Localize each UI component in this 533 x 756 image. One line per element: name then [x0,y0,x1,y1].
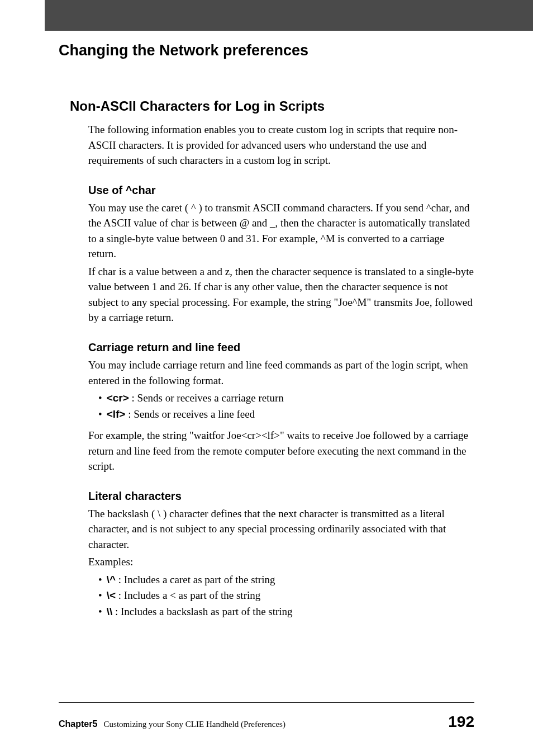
chapter-title [99,720,104,729]
header-bar [45,0,533,31]
chapter-title-text: Customizing your Sony CLIE Handheld (Pre… [104,720,285,729]
bullet-bold: \^ [107,574,116,585]
list-item: <cr> : Sends or receives a carriage retu… [88,390,474,407]
page-footer: Chapter5 Customizing your Sony CLIE Hand… [59,702,474,731]
subsection-crlf-para1: You may include carriage return and line… [88,357,474,388]
crlf-bullet-list: <cr> : Sends or receives a carriage retu… [88,390,474,422]
subsection-literal-para2: Examples: [88,554,474,570]
subsection-char-para1: You may use the caret ( ^ ) to transmit … [88,200,474,262]
list-item: \\ : Includes a backslash as part of the… [88,604,474,620]
subsection-crlf-title: Carriage return and line feed [88,341,474,354]
list-item: <lf> : Sends or receives a line feed [88,407,474,423]
bullet-rest: : Includes a caret as part of the string [116,574,275,585]
bullet-bold: \< [107,589,116,601]
footer-left: Chapter5 Customizing your Sony CLIE Hand… [59,719,285,729]
bullet-rest: : Sends or receives a line feed [125,408,255,420]
bullet-rest: : Includes a < as part of the string [116,589,260,601]
section-title: Non-ASCII Characters for Log in Scripts [70,98,474,114]
bullet-rest: : Sends or receives a carriage return [129,392,284,404]
list-item: \< : Includes a < as part of the string [88,588,474,604]
subsection-literal-title: Literal characters [88,490,474,503]
bullet-bold: \\ [107,606,113,617]
subsection-literal-para1: The backslash ( \ ) character defines th… [88,506,474,552]
chapter-label: Chapter5 [59,719,97,729]
section-intro: The following information enables you to… [88,122,474,168]
bullet-bold: <cr> [107,392,129,404]
subsection-char-title: Use of ^char [88,184,474,197]
page-title: Changing the Network preferences [59,42,474,59]
subsection-crlf-para2: For example, the string "waitfor Joe<cr>… [88,428,474,474]
list-item: \^ : Includes a caret as part of the str… [88,572,474,588]
bullet-rest: : Includes a backslash as part of the st… [112,606,292,617]
literal-bullet-list: \^ : Includes a caret as part of the str… [88,572,474,620]
subsection-char-para2: If char is a value between a and z, then… [88,264,474,325]
bullet-bold: <lf> [107,408,126,420]
page-number: 192 [448,713,474,731]
page-content: Changing the Network preferences Non-ASC… [0,0,533,620]
